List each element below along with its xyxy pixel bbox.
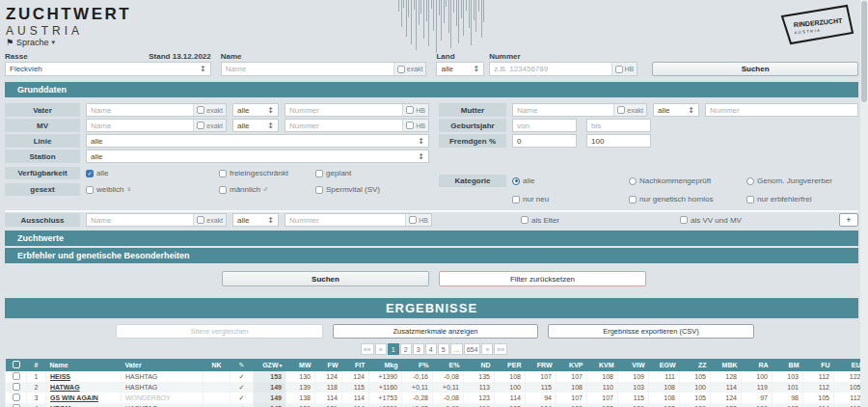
column-header-viw[interactable]: VIW [618, 359, 649, 371]
checkbox-weiblich[interactable] [86, 186, 94, 194]
column-header-fw[interactable]: FW [315, 359, 342, 371]
mv-name-input[interactable] [87, 120, 193, 131]
nummer-input[interactable] [490, 63, 610, 75]
bull-name-link[interactable]: GS WIN AGAIN [50, 394, 98, 401]
column-header-mkg[interactable]: Mkg [369, 359, 402, 371]
filter-reset-button[interactable]: Filter zurücksetzen [439, 271, 646, 286]
fremdgen-von-input[interactable] [513, 135, 576, 147]
select-all-checkbox[interactable] [6, 359, 27, 371]
column-header-e[interactable]: E% [433, 359, 464, 371]
ausschluss-filter-option-als-vv-und-mv[interactable]: als VV und MV [680, 216, 742, 225]
column-header-gzw[interactable]: GZW▾ [254, 359, 286, 371]
radio-alle[interactable] [512, 177, 520, 185]
verfuegbarkeit-option-geplant[interactable]: geplant [315, 169, 429, 177]
checkbox-m-nnlich[interactable] [219, 186, 227, 194]
column-header-zz[interactable]: ZZ [680, 359, 711, 371]
kategorie-filter-option-nur-neu[interactable]: nur neu [512, 195, 629, 204]
column-header-nd[interactable]: ND [464, 359, 495, 371]
linie-select[interactable]: alle↕ [86, 134, 429, 148]
mv-hb-checkbox[interactable] [406, 122, 414, 129]
row-checkbox[interactable] [13, 393, 20, 401]
page-button-3[interactable]: 3 [413, 343, 424, 355]
vater-name-input[interactable] [87, 104, 193, 116]
ausschluss-land-select[interactable]: alle↕ [232, 213, 279, 227]
rasse-select[interactable]: Fleckvieh ↕ [5, 62, 211, 76]
column-header-vater[interactable]: Vater [122, 359, 203, 371]
column-header-bm[interactable]: BM [773, 359, 803, 371]
page-arrow-button[interactable]: »» [494, 343, 507, 355]
select-all-checkbox-box[interactable] [13, 361, 20, 368]
kategorie-option-alle[interactable]: alle [512, 176, 629, 185]
column-header-fu[interactable]: FU [803, 359, 834, 371]
column-header-name[interactable]: Name [46, 359, 122, 371]
mv-nummer-input[interactable] [285, 120, 402, 131]
section-erbfehler[interactable]: Erbfehler und genetische Besonderheiten [5, 248, 858, 263]
scrollbar-thumb[interactable] [861, 1, 867, 102]
radio-nachkommengepr-ft[interactable] [629, 177, 637, 185]
kategorie-filter-option-nur-erbfehlerfrei[interactable]: nur erbfehlerfrei [746, 195, 858, 204]
verfuegbarkeit-option-alle[interactable]: ✓alle [86, 169, 219, 177]
land-select[interactable]: alle ↕ [436, 62, 484, 76]
page-arrow-button[interactable]: « [375, 343, 387, 355]
mutter-nummer-input[interactable] [706, 104, 857, 116]
column-header-per[interactable]: PER [495, 359, 526, 371]
kategorie-option-genom-jungvererber[interactable]: Genom. Jungvererber [746, 176, 858, 185]
checkbox-nur-genetisch-hornlos[interactable] [629, 196, 637, 204]
checkbox-nur-erbfehlerfrei[interactable] [746, 196, 754, 204]
checkbox-als-elter[interactable] [521, 216, 529, 224]
compare-bulls-button[interactable]: Stiere vergleichen [116, 324, 323, 339]
add-exclusion-button[interactable]: + [839, 213, 858, 227]
checkbox-nur-neu[interactable] [512, 196, 520, 204]
section-zuchtwerte[interactable]: Zuchtwerte [5, 231, 858, 246]
gesext-option-weiblich[interactable]: weiblich ♀ [86, 185, 219, 194]
checkbox-freieingeschr-nkt[interactable] [219, 170, 227, 177]
column-header-mbk[interactable]: MBK [711, 359, 742, 371]
page-button-5[interactable]: 5 [438, 343, 449, 355]
ausschluss-nummer-input[interactable] [285, 214, 405, 226]
column-header-fit[interactable]: FIT [342, 359, 369, 371]
vater-land-select[interactable]: alle↕ [232, 103, 279, 117]
page-arrow-button[interactable]: «« [361, 343, 374, 355]
vater-exakt-checkbox[interactable] [197, 106, 204, 114]
name-input[interactable] [222, 63, 393, 75]
edit-column-icon[interactable]: ✎ [231, 359, 254, 371]
column-header-item[interactable]: # [27, 359, 46, 371]
kategorie-filter-option-nur-genetisch-hornlos[interactable]: nur genetisch hornlos [629, 195, 746, 204]
row-checkbox[interactable] [13, 372, 20, 380]
column-header-mw[interactable]: MW [286, 359, 315, 371]
export-csv-button[interactable]: Ergebnisse exportieren (CSV) [548, 324, 754, 339]
extra-traits-button[interactable]: Zusatzmerkmale anzeigen [333, 324, 538, 339]
checkbox-alle[interactable]: ✓ [86, 170, 94, 177]
mutter-land-select[interactable]: alle↕ [653, 103, 699, 117]
radio-genom-jungvererber[interactable] [746, 177, 754, 185]
mutter-exakt-checkbox[interactable] [617, 106, 625, 114]
column-header-nk[interactable]: NK [203, 359, 231, 371]
page-button-item[interactable]: … [450, 343, 463, 355]
gesext-option-m-nnlich[interactable]: männlich ♂ [219, 185, 315, 194]
hb-checkbox[interactable] [615, 66, 623, 73]
station-select[interactable]: alle↕ [86, 149, 429, 163]
language-selector[interactable]: ⚑ Sprache ▾ [6, 38, 55, 47]
column-header-ra[interactable]: RA [742, 359, 773, 371]
page-button-2[interactable]: 2 [400, 343, 412, 355]
checkbox-spermvital-sv[interactable] [315, 186, 323, 194]
mv-land-select[interactable]: alle↕ [232, 119, 279, 132]
vater-nummer-input[interactable] [285, 104, 402, 116]
fremdgen-bis-input[interactable] [587, 135, 650, 147]
page-button-1[interactable]: 1 [388, 343, 399, 355]
exakt-checkbox[interactable] [397, 66, 405, 73]
suchen-button-main[interactable]: Suchen [222, 271, 429, 286]
section-grunddaten[interactable]: Grunddaten [5, 82, 858, 97]
kategorie-option-nachkommengepr-ft[interactable]: Nachkommengeprüft [629, 176, 746, 185]
mutter-name-input[interactable] [513, 104, 613, 116]
mv-exakt-checkbox[interactable] [197, 122, 204, 129]
bull-name-link[interactable]: HEISS [50, 373, 70, 380]
checkbox-als-vv-und-mv[interactable] [680, 216, 688, 224]
column-header-kvm[interactable]: KVM [587, 359, 618, 371]
geburtsjahr-von-input[interactable] [513, 120, 576, 131]
column-header-egw[interactable]: EGW [649, 359, 680, 371]
gesext-option-spermvital-sv[interactable]: Spermvital (SV) [315, 185, 429, 194]
row-checkbox[interactable] [13, 383, 20, 391]
ausschluss-filter-option-als-elter[interactable]: als Elter [521, 216, 680, 225]
page-button-4[interactable]: 4 [425, 343, 437, 355]
